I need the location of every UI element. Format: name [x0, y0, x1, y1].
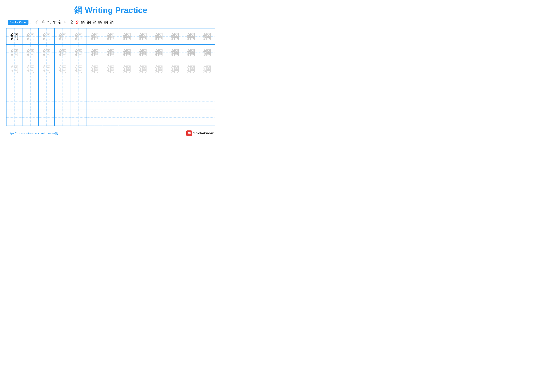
grid-cell[interactable]: 鋼 — [7, 29, 22, 44]
grid-cell[interactable]: 鋼 — [119, 29, 135, 44]
grid-cell[interactable] — [103, 77, 119, 93]
grid-cell[interactable] — [103, 109, 119, 125]
grid-cell[interactable] — [135, 109, 151, 125]
grid-cell[interactable] — [119, 77, 135, 93]
grid-cell[interactable] — [55, 109, 71, 125]
grid-cell[interactable]: 鋼 — [39, 29, 55, 44]
grid-cell[interactable]: 鋼 — [71, 29, 87, 44]
grid-cell[interactable]: 鋼 — [119, 45, 135, 61]
grid-cell[interactable] — [135, 77, 151, 93]
grid-cell[interactable] — [151, 109, 167, 125]
grid-cell[interactable] — [7, 93, 22, 109]
grid-cell[interactable]: 鋼 — [87, 61, 103, 77]
grid-cell[interactable] — [22, 109, 38, 125]
grid-cell[interactable]: 鋼 — [135, 29, 151, 44]
grid-cell[interactable]: 鋼 — [55, 45, 71, 61]
grid-cell[interactable] — [135, 93, 151, 109]
grid-cell[interactable]: 鋼 — [39, 45, 55, 61]
stroke-3: 户 — [41, 20, 45, 25]
grid-cell[interactable] — [199, 77, 215, 93]
grid-cell[interactable]: 鋼 — [151, 61, 167, 77]
grid-cell[interactable] — [87, 109, 103, 125]
cell-character: 鋼 — [42, 32, 51, 41]
grid-cell[interactable]: 鋼 — [71, 45, 87, 61]
grid-cell[interactable]: 鋼 — [167, 29, 183, 44]
grid-cell[interactable]: 鋼 — [55, 61, 71, 77]
grid-cell[interactable]: 鋼 — [199, 45, 215, 61]
grid-cell[interactable]: 鋼 — [22, 61, 38, 77]
grid-cell[interactable] — [183, 109, 199, 125]
grid-cell[interactable] — [103, 93, 119, 109]
stroke-11: 鋼 — [87, 20, 91, 25]
grid-cell[interactable] — [183, 77, 199, 93]
grid-cell[interactable] — [22, 93, 38, 109]
grid-cell[interactable] — [87, 93, 103, 109]
cell-character: 鋼 — [187, 49, 195, 57]
grid-cell[interactable]: 鋼 — [103, 29, 119, 44]
grid-cell[interactable]: 鋼 — [199, 61, 215, 77]
grid-cell[interactable] — [183, 93, 199, 109]
grid-cell[interactable]: 鋼 — [22, 45, 38, 61]
grid-cell[interactable]: 鋼 — [7, 45, 22, 61]
cell-character: 鋼 — [139, 49, 147, 57]
grid-cell[interactable] — [151, 77, 167, 93]
cell-character: 鋼 — [42, 65, 51, 73]
grid-cell[interactable] — [7, 77, 22, 93]
cell-character: 鋼 — [107, 32, 115, 41]
grid-cell[interactable]: 鋼 — [22, 29, 38, 44]
grid-cell[interactable] — [167, 93, 183, 109]
stroke-2: 亻 — [36, 20, 40, 25]
grid-cell[interactable]: 鋼 — [71, 61, 87, 77]
cell-character: 鋼 — [58, 65, 67, 73]
grid-cell[interactable] — [39, 109, 55, 125]
grid-cell[interactable]: 鋼 — [199, 29, 215, 44]
grid-cell[interactable] — [87, 77, 103, 93]
grid-cell[interactable]: 鋼 — [167, 61, 183, 77]
grid-cell[interactable] — [55, 77, 71, 93]
cell-character: 鋼 — [203, 49, 211, 57]
grid-cell[interactable] — [7, 109, 22, 125]
grid-cell[interactable] — [151, 93, 167, 109]
grid-cell[interactable]: 鋼 — [183, 45, 199, 61]
grid-cell[interactable] — [71, 93, 87, 109]
grid-cell[interactable]: 鋼 — [87, 45, 103, 61]
grid-cell[interactable]: 鋼 — [183, 29, 199, 44]
cell-character: 鋼 — [203, 32, 211, 41]
grid-cell[interactable]: 鋼 — [7, 61, 22, 77]
grid-cell[interactable] — [167, 109, 183, 125]
grid-cell[interactable] — [71, 109, 87, 125]
grid-cell[interactable]: 鋼 — [119, 61, 135, 77]
grid-cell[interactable] — [39, 93, 55, 109]
cell-character: 鋼 — [155, 65, 163, 73]
grid-cell[interactable]: 鋼 — [135, 45, 151, 61]
grid-cell[interactable] — [119, 93, 135, 109]
stroke-15: 鋼 — [110, 20, 114, 25]
grid-row: 鋼鋼鋼鋼鋼鋼鋼鋼鋼鋼鋼鋼鋼 — [7, 29, 215, 45]
grid-cell[interactable]: 鋼 — [103, 45, 119, 61]
cell-character: 鋼 — [74, 49, 83, 57]
grid-cell[interactable]: 鋼 — [167, 45, 183, 61]
grid-cell[interactable] — [199, 109, 215, 125]
cell-character: 鋼 — [26, 32, 35, 41]
grid-cell[interactable] — [22, 77, 38, 93]
grid-cell[interactable]: 鋼 — [151, 45, 167, 61]
grid-cell[interactable]: 鋼 — [87, 29, 103, 44]
grid-cell[interactable]: 鋼 — [135, 61, 151, 77]
grid-cell[interactable] — [39, 77, 55, 93]
grid-cell[interactable] — [167, 77, 183, 93]
cell-character: 鋼 — [10, 32, 19, 41]
cell-character: 鋼 — [123, 49, 131, 57]
cell-character: 鋼 — [58, 49, 67, 57]
cell-character: 鋼 — [107, 65, 115, 73]
grid-cell[interactable] — [119, 109, 135, 125]
grid-cell[interactable] — [55, 93, 71, 109]
grid-cell[interactable]: 鋼 — [183, 61, 199, 77]
grid-cell[interactable]: 鋼 — [151, 29, 167, 44]
grid-cell[interactable] — [71, 77, 87, 93]
grid-cell[interactable]: 鋼 — [39, 61, 55, 77]
cell-character: 鋼 — [10, 49, 19, 57]
stroke-10: 鋼 — [81, 20, 85, 25]
grid-cell[interactable]: 鋼 — [55, 29, 71, 44]
grid-cell[interactable] — [199, 93, 215, 109]
grid-cell[interactable]: 鋼 — [103, 61, 119, 77]
